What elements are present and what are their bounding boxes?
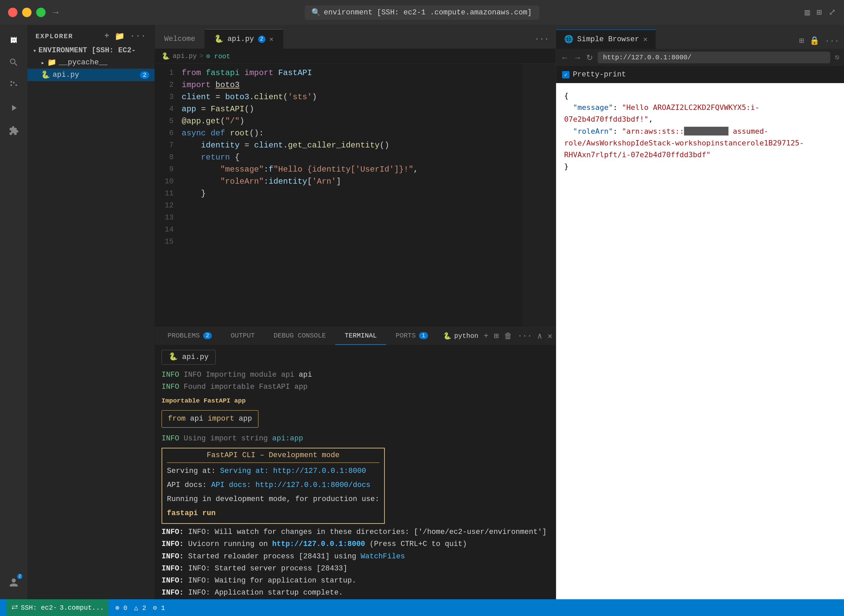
code-line-15: } [182, 188, 522, 200]
panel-tab-output[interactable]: OUTPUT [221, 327, 264, 345]
pycache-folder-icon: 📁 [47, 58, 56, 67]
titlebar-url-text: environment [SSH: ec2-1 .compute.amazona… [324, 8, 532, 17]
sidebar-item-extensions[interactable] [3, 120, 25, 141]
new-file-icon[interactable]: + [104, 31, 110, 41]
browser-content[interactable]: { "message": "Hello AROAZI2LC2KD2FQVWKYX… [556, 83, 844, 616]
ssh-label: SSH: ec2- [21, 604, 57, 612]
problems-label: PROBLEMS [167, 332, 200, 339]
pycache-label: __pycache__ [59, 58, 107, 67]
terminal-startup-info: INFO: INFO: Application startup complete… [161, 587, 549, 598]
code-editor[interactable]: 12345 678910 1112131415 from fastapi imp… [155, 64, 556, 327]
forward-button[interactable]: → [51, 7, 60, 18]
panel-tab-problems[interactable]: PROBLEMS 2 [158, 327, 221, 345]
titlebar: ← → 🔍 environment [SSH: ec2-1 .compute.a… [0, 0, 844, 25]
sidebar-item-source-control[interactable] [3, 75, 25, 96]
more-terminal-icon[interactable]: ··· [518, 331, 532, 340]
status-errors[interactable]: ⊗ 0 [115, 604, 128, 612]
editor-tab-bar: Welcome 🐍 api.py 2 ✕ ··· [155, 25, 556, 49]
browser-url-bar[interactable]: http://127.0.0.1:8000/ [597, 51, 830, 63]
close-panel-icon[interactable]: ✕ [548, 331, 552, 341]
sidebar-item-search[interactable] [3, 51, 25, 73]
external-link-icon[interactable]: ⎋ [835, 53, 839, 62]
panel-right-actions: 🐍 python + ⊞ 🗑 ··· ∧ ✕ [443, 331, 552, 341]
panel-tab-debug-console[interactable]: DEBUG CONSOLE [264, 327, 335, 345]
json-open-brace: { [564, 91, 568, 100]
browser-forward-button[interactable]: → [574, 53, 581, 62]
editor-area: Welcome 🐍 api.py 2 ✕ ··· 🐍 api.py [155, 25, 844, 616]
browser-refresh-button[interactable]: ↻ [586, 53, 593, 62]
remote-icon: ⮂ [12, 604, 18, 612]
sidebar-item-accounts[interactable]: 2 [3, 572, 25, 593]
terminal-reloader-info: INFO: Started reloader process [28431] u… [161, 551, 549, 562]
editor-tab-more[interactable]: ··· [528, 29, 556, 48]
minimize-window-button[interactable] [22, 8, 31, 17]
layout-icon[interactable]: ⊞ [816, 7, 822, 18]
api-py-badge: 2 [140, 71, 149, 79]
code-line-4: client = boto3.client('sts') [182, 91, 522, 103]
back-button[interactable]: ← [37, 7, 46, 18]
json-close-brace: } [564, 162, 568, 170]
new-folder-icon[interactable]: 📁 [114, 31, 125, 41]
accounts-badge: 2 [17, 574, 22, 579]
sidebar-header: EXPLORER + 📁 ··· [28, 25, 154, 45]
browser-tab-close-icon[interactable]: ✕ [643, 35, 647, 44]
titlebar-url-bar[interactable]: 🔍 environment [SSH: ec2-1 .compute.amazo… [305, 5, 539, 20]
api-py-file-item[interactable]: 🐍 api.py 2 [28, 69, 154, 81]
pretty-print-checkbox[interactable]: ✓ [562, 71, 570, 78]
browser-more-icon[interactable]: ··· [825, 37, 839, 45]
code-line-10: async def root(): [182, 128, 522, 139]
sidebar-toggle-icon[interactable]: ▥ [805, 7, 810, 18]
file-explorer-sidebar: EXPLORER + 📁 ··· ▾ ENVIRONMENT [SSH: EC2… [28, 25, 155, 616]
python-tab-icon: 🐍 [214, 35, 223, 44]
breadcrumb-api-py: 🐍 [161, 52, 170, 60]
terminal-server-info: INFO: INFO: Started server process [2843… [161, 563, 549, 575]
breadcrumb-sep: > [200, 52, 204, 60]
terminal-watch-info: INFO: INFO: Will watch for changes in th… [161, 527, 549, 538]
split-terminal-icon[interactable]: ⊞ [494, 331, 498, 341]
simple-browser-tab[interactable]: 🌐 Simple Browser ✕ [556, 29, 656, 49]
pycache-folder-item[interactable]: ▸ 📁 __pycache__ [28, 56, 154, 69]
browser-back-button[interactable]: ← [561, 53, 569, 62]
split-editor-icon[interactable]: ⊞ [799, 36, 804, 45]
terminal-content[interactable]: 🐍 api.py INFO INFO Importing module api … [155, 345, 556, 616]
panel-tab-ports[interactable]: PORTS 1 [386, 327, 437, 345]
breadcrumb-api-py-label: api.py [173, 52, 197, 60]
sidebar-item-run[interactable] [3, 97, 25, 119]
problems-badge: 2 [203, 332, 212, 339]
tab-welcome-label: Welcome [164, 35, 195, 43]
terminal-label: TERMINAL [345, 332, 377, 339]
close-window-button[interactable] [8, 8, 18, 17]
minimap [522, 64, 556, 327]
code-line-11: identity = client.get_caller_identity() [182, 139, 522, 151]
terminal-file-icon: 🐍 [169, 353, 178, 361]
breadcrumb: 🐍 api.py > ⊙ root [155, 49, 556, 64]
tree-root-section[interactable]: ▾ ENVIRONMENT [SSH: EC2- [28, 45, 154, 56]
tab-welcome[interactable]: Welcome [155, 29, 205, 48]
add-terminal-icon[interactable]: + [484, 331, 488, 340]
status-info[interactable]: ⊙ 1 [153, 604, 165, 612]
status-warnings[interactable]: △ 2 [134, 604, 146, 612]
output-label: OUTPUT [230, 332, 255, 339]
sidebar-item-explorer[interactable] [3, 29, 25, 50]
bottom-panel: PROBLEMS 2 OUTPUT DEBUG CONSOLE TERMINAL [155, 327, 556, 616]
status-ssh[interactable]: ⮂ SSH: ec2- 3.comput... [7, 599, 109, 616]
breadcrumb-root-label: ⊙ root [206, 52, 230, 60]
browser-toolbar-icons: ⊞ 🔒 ··· [794, 36, 844, 49]
panel-tab-terminal[interactable]: TERMINAL [335, 327, 386, 345]
chevron-right-icon: ▸ [41, 59, 45, 66]
tab-close-icon[interactable]: ✕ [270, 35, 273, 43]
browser-tab-bar: 🌐 Simple Browser ✕ ⊞ 🔒 ··· [556, 25, 844, 49]
activity-bar: 2 [0, 25, 28, 616]
code-line-7: app = FastAPI() [182, 103, 522, 115]
chevron-up-icon[interactable]: ∧ [537, 331, 542, 341]
fullscreen-icon[interactable]: ⤢ [829, 7, 836, 18]
trash-icon[interactable]: 🗑 [504, 331, 512, 341]
more-actions-icon[interactable]: ··· [130, 31, 147, 41]
lock-icon: 🔒 [809, 36, 819, 45]
code-line-9: @app.get("/") [182, 115, 522, 128]
pretty-print-bar: ✓ Pretty-print [556, 66, 844, 83]
terminal-waiting-info: INFO: INFO: Waiting for application star… [161, 575, 549, 587]
tab-api-py[interactable]: 🐍 api.py 2 ✕ [205, 29, 283, 48]
json-key-roleArn: "roleArn" [573, 127, 613, 135]
python-terminal-label: 🐍 python [443, 332, 478, 340]
